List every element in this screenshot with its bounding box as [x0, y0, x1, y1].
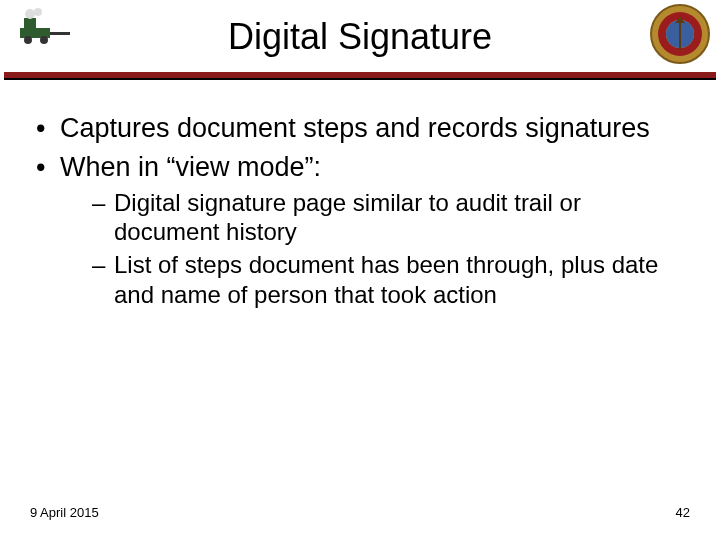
slide-header: Digital Signature	[0, 0, 720, 72]
footer-page-number: 42	[676, 505, 690, 520]
footer-date: 9 April 2015	[30, 505, 99, 520]
bullet-item: Captures document steps and records sign…	[30, 112, 690, 145]
bullet-text: When in “view mode”:	[60, 152, 321, 182]
svg-point-5	[34, 8, 42, 16]
slide-body: Captures document steps and records sign…	[0, 72, 720, 309]
slide: Digital Signature Captures document step…	[0, 0, 720, 540]
header-divider	[4, 72, 716, 78]
sub-bullet-item: List of steps document has been through,…	[60, 250, 690, 309]
bullet-item: When in “view mode”: Digital signature p…	[30, 151, 690, 309]
bullet-list: Captures document steps and records sign…	[30, 112, 690, 309]
sub-bullet-item: Digital signature page similar to audit …	[60, 188, 690, 247]
sub-bullet-list: Digital signature page similar to audit …	[60, 188, 690, 309]
slide-title: Digital Signature	[0, 16, 720, 58]
usmc-seal-icon	[650, 4, 710, 64]
